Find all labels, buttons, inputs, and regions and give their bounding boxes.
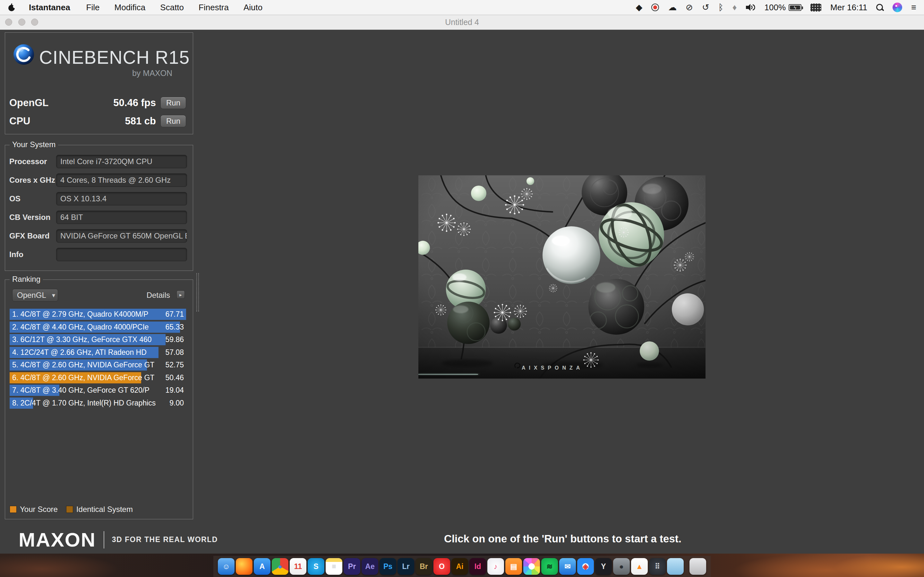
- dock-icon-indesign[interactable]: Id: [469, 558, 486, 575]
- dock-icon-app-store[interactable]: A: [254, 558, 270, 575]
- dock-icon-cocktail[interactable]: Y: [595, 558, 612, 575]
- bluetooth-icon[interactable]: ᛒ: [718, 3, 724, 12]
- ranking-rows: 1. 4C/8T @ 2.79 GHz, Quadro K4000M/P67.7…: [5, 308, 194, 409]
- dock-icon-chrome[interactable]: ●: [272, 558, 288, 575]
- system-row: Info: [9, 248, 193, 261]
- volume-icon[interactable]: [746, 3, 756, 11]
- field-label-gfx-board: GFX Board: [9, 231, 56, 240]
- dock-icon-camera[interactable]: ●: [613, 558, 630, 575]
- menu-item-scatto[interactable]: Scatto: [160, 3, 184, 13]
- dock-icons: ☺A●11S≡PrAePsLrBrOAiId♪▤≋✉◈Y●▲⠿: [213, 556, 711, 577]
- chevron-down-icon: ▾: [52, 292, 55, 299]
- dock-icon-trash[interactable]: [690, 558, 706, 575]
- finder-glyph: ☺: [222, 563, 230, 570]
- bridge-glyph: Br: [420, 563, 428, 570]
- ranking-row[interactable]: 5. 4C/8T @ 2.60 GHz, NVIDIA GeForce GT52…: [5, 359, 194, 372]
- dock-icon-after-effects[interactable]: Ae: [362, 558, 378, 575]
- splitter-handle[interactable]: [196, 273, 199, 311]
- ranking-row-score: 67.71: [165, 308, 184, 321]
- field-value-processor: Intel Core i7-3720QM CPU: [56, 155, 187, 168]
- menu-item-file[interactable]: File: [86, 3, 100, 13]
- dock-icon-safari[interactable]: ◈: [577, 558, 594, 575]
- cinebench-header-panel: CINEBENCH R15 by MAXON OpenGL 50.46 fps …: [5, 32, 193, 134]
- spotlight-icon[interactable]: [876, 4, 884, 11]
- ranking-row-label: 6. 4C/8T @ 2.60 GHz, NVIDIA GeForce GT: [12, 372, 154, 384]
- legend-swatch: [66, 506, 73, 513]
- notification-center-icon[interactable]: ≡: [911, 3, 916, 12]
- app-title: CINEBENCH R15: [39, 47, 190, 68]
- dock-icon-premiere[interactable]: Pr: [344, 558, 360, 575]
- system-row: ProcessorIntel Core i7-3720QM CPU: [9, 155, 193, 168]
- cloud-sync-icon[interactable]: ☁: [668, 3, 677, 12]
- dock-icon-bridge[interactable]: Br: [415, 558, 432, 575]
- dock-icon-opera[interactable]: O: [433, 558, 450, 575]
- dock-icon-skype[interactable]: S: [308, 558, 325, 575]
- calendar-glyph: 11: [294, 563, 302, 570]
- dock-icon-launchpad[interactable]: ⠿: [649, 558, 666, 575]
- dock-icon-itunes[interactable]: ♪: [487, 558, 504, 575]
- ranking-row[interactable]: 1. 4C/8T @ 2.79 GHz, Quadro K4000M/P67.7…: [5, 308, 194, 321]
- ranking-row[interactable]: 6. 4C/8T @ 2.60 GHz, NVIDIA GeForce GT50…: [5, 372, 194, 384]
- ranking-filter-dropdown[interactable]: OpenGL ▾: [12, 289, 58, 301]
- dock-icon-lightroom[interactable]: Lr: [397, 558, 414, 575]
- spotify-glyph: ≋: [546, 563, 552, 570]
- opera-glyph: O: [439, 563, 445, 570]
- notifications-off-icon[interactable]: ⊘: [686, 3, 693, 12]
- books-glyph: ▤: [510, 563, 517, 570]
- battery-icon[interactable]: 100%ϟ: [764, 3, 802, 13]
- window-titlebar: Untitled 4: [0, 15, 924, 30]
- ranking-row[interactable]: 2. 4C/8T @ 4.40 GHz, Quadro 4000/PCIe65.…: [5, 321, 194, 334]
- hint-text: Click on one of the 'Run' buttons to sta…: [402, 533, 723, 545]
- dock-icon-finder[interactable]: ☺: [218, 558, 234, 575]
- field-label-info: Info: [9, 250, 56, 259]
- dock-icon-downloads-folder[interactable]: [667, 558, 684, 575]
- ranking-row[interactable]: 3. 6C/12T @ 3.30 GHz, GeForce GTX 46059.…: [5, 334, 194, 346]
- dock-icon-mail[interactable]: ✉: [559, 558, 576, 575]
- airplay-icon[interactable]: ♦: [732, 3, 737, 12]
- chrome-glyph: ●: [278, 563, 282, 570]
- menu-item-finestra[interactable]: Finestra: [199, 3, 229, 13]
- app-subtitle: by MAXON: [132, 69, 172, 78]
- opengl-run-button[interactable]: Run: [160, 97, 186, 109]
- field-value-cores-x-ghz: 4 Cores, 8 Threads @ 2.60 GHz: [56, 173, 187, 187]
- record-indicator-icon[interactable]: [651, 3, 659, 11]
- ranking-row[interactable]: 8. 2C/4T @ 1.70 GHz, Intel(R) HD Graphic…: [5, 397, 194, 410]
- system-row: OSOS X 10.13.4: [9, 192, 193, 205]
- dock-icon-calendar[interactable]: 11: [290, 558, 306, 575]
- siri-icon[interactable]: [893, 3, 902, 12]
- dock-icon-photos[interactable]: [523, 558, 540, 575]
- app-menu-title[interactable]: Istantanea: [29, 3, 70, 13]
- cocktail-glyph: Y: [601, 563, 606, 570]
- menu-item-aiuto[interactable]: Aiuto: [244, 3, 262, 13]
- ranking-row[interactable]: 7. 4C/8T @ 3.40 GHz, GeForce GT 620/P19.…: [5, 384, 194, 397]
- legend-item-identical-system: Identical System: [66, 505, 133, 514]
- ranking-panel: Ranking OpenGL ▾ Details ▸ 1. 4C/8T @ 2.…: [5, 279, 193, 519]
- legend-label: Your Score: [20, 505, 58, 514]
- vlc-glyph: ▲: [636, 563, 643, 570]
- dock-icon-firefox[interactable]: [236, 558, 252, 575]
- dock-icon-illustrator[interactable]: Ai: [451, 558, 468, 575]
- render-preview: AIXSPONZA: [418, 175, 706, 379]
- time-machine-icon[interactable]: ↺: [702, 3, 709, 12]
- dock-icon-vlc[interactable]: ▲: [631, 558, 648, 575]
- dock-icon-notes[interactable]: ≡: [326, 558, 342, 575]
- panel-title-ranking: Ranking: [10, 275, 43, 284]
- dropbox-icon[interactable]: ◆: [636, 3, 643, 12]
- dock-icon-books[interactable]: ▤: [505, 558, 522, 575]
- dock-icon-photoshop[interactable]: Ps: [380, 558, 396, 575]
- clock-icon[interactable]: Mer 16:11: [830, 3, 867, 13]
- input-source-icon[interactable]: [811, 3, 821, 11]
- menu-items: FileModificaScattoFinestraAiuto: [86, 3, 278, 13]
- details-disclosure-button[interactable]: ▸: [176, 290, 185, 299]
- legend-swatch: [10, 506, 17, 513]
- menu-item-modifica[interactable]: Modifica: [115, 3, 145, 13]
- field-label-cores-x-ghz: Cores x GHz: [9, 176, 56, 185]
- ranking-row-score: 50.46: [165, 372, 184, 384]
- launchpad-glyph: ⠿: [655, 563, 660, 570]
- system-row: GFX BoardNVIDIA GeForce GT 650M OpenGL E…: [9, 229, 193, 243]
- ranking-row[interactable]: 4. 12C/24T @ 2.66 GHz, ATI Radeon HD57.0…: [5, 346, 194, 359]
- menu-bar: Istantanea FileModificaScattoFinestraAiu…: [0, 0, 924, 15]
- cpu-run-button[interactable]: Run: [160, 115, 186, 127]
- dock-icon-spotify[interactable]: ≋: [541, 558, 558, 575]
- apple-menu-icon[interactable]: [8, 3, 15, 12]
